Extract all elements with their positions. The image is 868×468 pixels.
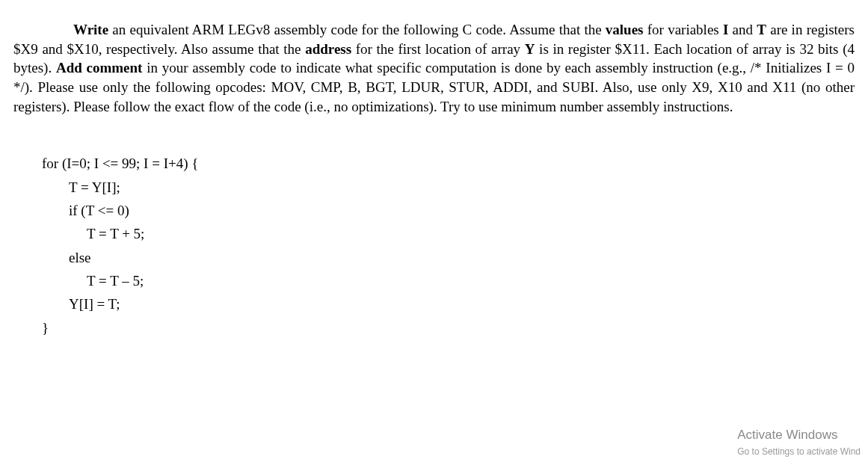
text-5: for the first location of array [351, 41, 525, 57]
bold-address: address [305, 41, 351, 57]
code-line-5: else [42, 246, 855, 269]
windows-activation-watermark: Activate Windows Go to Settings to activ… [737, 427, 861, 458]
code-line-7: Y[I] = T; [42, 292, 855, 315]
bold-t: T [757, 22, 766, 37]
code-line-8: } [42, 316, 855, 339]
code-block: for (I=0; I <= 99; I = I+4) { T = Y[I]; … [42, 152, 855, 339]
bold-add-comment: Add comment [56, 60, 143, 76]
watermark-title: Activate Windows [737, 427, 861, 444]
watermark-subtitle: Go to Settings to activate Wind [737, 446, 861, 458]
code-line-4: T = T + 5; [42, 222, 855, 245]
code-line-3: if (T <= 0) [42, 199, 855, 222]
text-2: for variables [644, 22, 723, 37]
text-1: an equivalent ARM LEGv8 assembly code fo… [108, 22, 606, 37]
code-line-1: for (I=0; I <= 99; I = I+4) { [42, 152, 855, 175]
question-paragraph: Write an equivalent ARM LEGv8 assembly c… [13, 20, 855, 116]
bold-values: values [606, 22, 644, 37]
code-line-2: T = Y[I]; [42, 176, 855, 199]
document-content: Write an equivalent ARM LEGv8 assembly c… [0, 0, 868, 339]
code-line-6: T = T – 5; [42, 269, 855, 292]
text-3: and [728, 22, 757, 37]
bold-write: Write [73, 22, 108, 37]
bold-y: Y [525, 41, 535, 57]
